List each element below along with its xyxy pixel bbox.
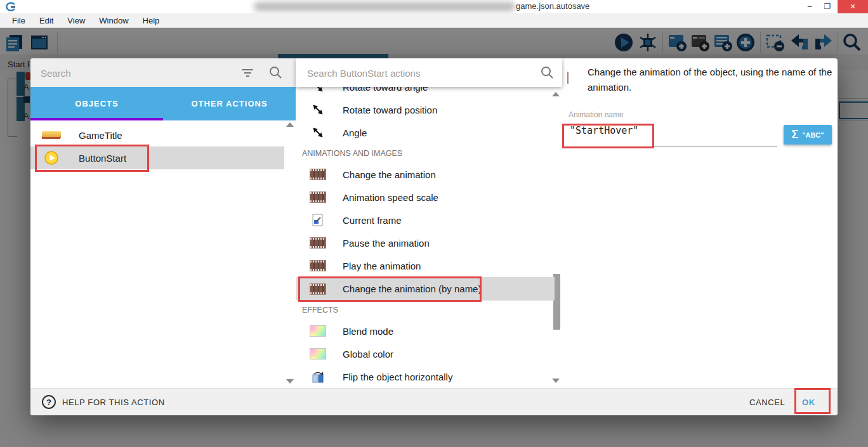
action-row[interactable]: Flip the object horizontally [296, 365, 555, 388]
help-button[interactable]: ? HELP FOR THIS ACTION [42, 395, 165, 409]
window-title: game.json.autosave [516, 1, 589, 11]
action-row[interactable]: Current frame [296, 209, 555, 231]
film-icon [310, 237, 326, 249]
action-label: Play the animation [343, 261, 421, 271]
action-row[interactable]: Animation speed scale [296, 186, 555, 209]
tab-objects-label: OBJECTS [75, 99, 118, 108]
action-row[interactable]: Global color [296, 342, 555, 365]
close-button[interactable]: ✕ [838, 0, 868, 13]
game-title-logo-icon [42, 131, 61, 139]
field-label: Animation name [569, 110, 624, 119]
rotate-icon [310, 126, 326, 139]
action-label: Flip the object horizontally [343, 372, 452, 382]
help-icon: ? [42, 395, 56, 409]
annotation-box-change-animation-by-name [298, 276, 482, 302]
menu-file[interactable]: File [5, 16, 32, 25]
section-header: EFFECTS [302, 301, 543, 320]
objects-search-input[interactable] [39, 58, 232, 88]
object-type-tabs: OBJECTS OTHER ACTIONS [30, 87, 296, 120]
dialog-footer: ? HELP FOR THIS ACTION CANCEL OK [30, 388, 838, 415]
actions-search-bar [296, 58, 562, 87]
search-icon[interactable] [269, 66, 282, 79]
tab-other-actions-label: OTHER ACTIONS [191, 99, 267, 108]
annotation-box-buttonstart [35, 145, 149, 172]
film-icon [310, 191, 326, 203]
objects-search-bar [30, 58, 296, 87]
object-row-gametitle[interactable]: GameTitle [30, 124, 284, 146]
scroll-up-icon[interactable] [286, 122, 294, 127]
cancel-button[interactable]: CANCEL [749, 389, 785, 415]
action-row[interactable]: Pause the animation [296, 231, 555, 254]
menu-edit[interactable]: Edit [32, 16, 60, 25]
action-row[interactable]: Angle [296, 121, 555, 144]
redacted-title-text [254, 2, 515, 11]
annotation-box-animation-name-field [562, 124, 654, 148]
title-bar: game.json.autosave – ❐ ✕ [0, 0, 868, 13]
filter-icon[interactable] [241, 67, 254, 79]
action-editor-dialog: OBJECTS OTHER ACTIONS GameTitle ButtonSt… [30, 58, 838, 415]
action-label: Blend mode [343, 326, 393, 337]
flip-icon [310, 371, 326, 383]
film-icon [310, 169, 326, 180]
menu-help[interactable]: Help [136, 16, 167, 25]
action-description: Change the animation of the object, usin… [588, 65, 838, 95]
action-label: Current frame [343, 215, 402, 226]
tab-objects[interactable]: OBJECTS [30, 87, 163, 120]
scroll-down-icon[interactable] [286, 379, 294, 384]
expression-type-label: "ABC" [802, 131, 824, 139]
maximize-button[interactable]: ❐ [819, 0, 836, 13]
sigma-icon: Σ [791, 128, 798, 141]
action-label: Pause the animation [343, 238, 430, 249]
search-icon[interactable] [541, 66, 554, 79]
tab-other-actions[interactable]: OTHER ACTIONS [163, 87, 296, 120]
annotation-box-ok-button [794, 388, 831, 414]
frame-icon [310, 214, 326, 226]
action-label: Change the animation [343, 169, 436, 180]
menu-view[interactable]: View [60, 16, 92, 25]
minimize-button[interactable]: – [801, 0, 819, 13]
section-header: ANIMATIONS AND IMAGES [302, 144, 543, 163]
color-icon [310, 325, 326, 337]
gdevelop-logo-icon [6, 1, 16, 12]
film-icon [567, 72, 569, 84]
action-label: Global color [343, 349, 393, 360]
screen: Start P A A game.json.autosave – ❐ ✕ Fil… [0, 0, 868, 447]
action-label: Rotate toward position [343, 105, 437, 115]
action-row[interactable]: Blend mode [296, 320, 555, 342]
expression-editor-button[interactable]: Σ "ABC" [784, 125, 832, 145]
action-row[interactable]: Change the animation [296, 163, 555, 186]
menu-window[interactable]: Window [92, 16, 135, 25]
object-name: GameTitle [79, 130, 122, 141]
color-icon [310, 348, 326, 360]
help-button-label: HELP FOR THIS ACTION [62, 398, 165, 407]
action-row[interactable]: Rotate toward position [296, 98, 555, 121]
menu-bar: File Edit View Window Help [0, 13, 868, 28]
action-row[interactable]: Play the animation [296, 254, 555, 277]
rotate-icon [310, 103, 326, 116]
actions-search-input[interactable] [306, 58, 518, 88]
active-tab-underline [30, 118, 163, 120]
film-icon [310, 260, 326, 271]
action-label: Angle [343, 127, 367, 138]
action-label: Animation speed scale [343, 192, 438, 203]
